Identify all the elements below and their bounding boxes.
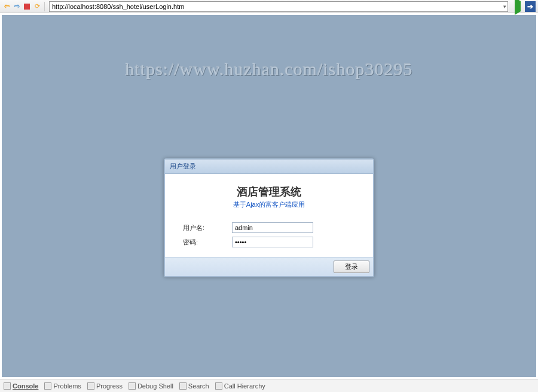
separator [44, 2, 45, 11]
content-area: https://www.huzhan.com/ishop30295 用户登录 酒… [0, 13, 538, 379]
browser-toolbar: ⇦ ⇨ ⟳ http://localhost:8080/ssh_hotel/us… [0, 0, 538, 13]
tab-search[interactable]: Search [179, 382, 209, 390]
password-input[interactable] [232, 237, 313, 247]
password-label: 密码: [183, 238, 232, 247]
login-panel: 用户登录 酒店管理系统 基于Ajax的富客户端应用 用户名: 密码: 登录 [164, 158, 374, 277]
username-input[interactable] [232, 222, 313, 233]
panel-footer: 登录 [165, 257, 373, 276]
stop-icon[interactable] [23, 2, 31, 11]
watermark-text: https://www.huzhan.com/ishop30295 [2, 59, 536, 79]
status-bar: Console Problems Progress Debug Shell Se… [0, 379, 538, 392]
tab-console[interactable]: Console [4, 382, 38, 390]
tab-call-hierarchy[interactable]: Call Hierarchy [215, 382, 265, 390]
problems-icon [44, 382, 51, 390]
page-background: https://www.huzhan.com/ishop30295 用户登录 酒… [2, 15, 536, 377]
login-button[interactable]: 登录 [334, 261, 369, 273]
panel-header: 用户登录 [165, 160, 373, 174]
address-bar[interactable]: http://localhost:8080/ssh_hotel/userLogi… [49, 1, 508, 12]
password-row: 密码: [172, 237, 366, 247]
tab-problems[interactable]: Problems [44, 382, 81, 390]
forward-icon[interactable]: ⇨ [13, 2, 21, 11]
debug-shell-icon [129, 382, 136, 390]
search-icon [179, 382, 187, 390]
progress-icon [87, 382, 94, 390]
panel-body: 酒店管理系统 基于Ajax的富客户端应用 用户名: 密码: [165, 174, 373, 257]
tab-debug-shell[interactable]: Debug Shell [129, 382, 173, 390]
refresh-icon[interactable]: ⟳ [33, 2, 41, 11]
play-icon[interactable] [512, 1, 523, 12]
go-icon[interactable]: ➔ [525, 1, 536, 12]
call-hierarchy-icon [215, 382, 222, 390]
username-label: 用户名: [183, 223, 232, 232]
back-icon[interactable]: ⇦ [2, 2, 11, 11]
system-title: 酒店管理系统 [172, 185, 366, 199]
console-icon [4, 382, 11, 390]
url-text: http://localhost:8080/ssh_hotel/userLogi… [52, 3, 184, 10]
username-row: 用户名: [172, 222, 366, 233]
tab-progress[interactable]: Progress [87, 382, 123, 390]
system-subtitle: 基于Ajax的富客户端应用 [172, 200, 366, 209]
dropdown-icon[interactable]: ▾ [503, 4, 506, 10]
